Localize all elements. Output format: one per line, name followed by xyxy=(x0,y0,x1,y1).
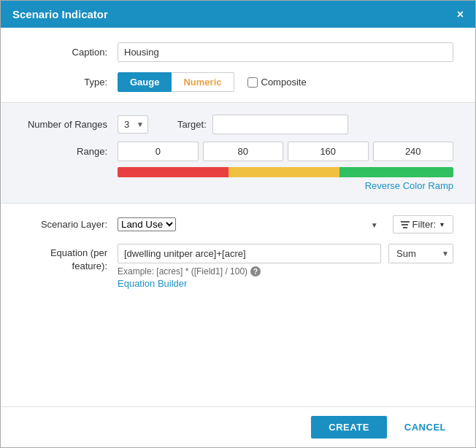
sum-select-dropdown: Sum Average Count Min Max ▼ xyxy=(388,244,453,263)
type-label: Type: xyxy=(23,77,118,88)
scenario-layer-label: Scenario Layer: xyxy=(23,219,118,230)
sum-select[interactable]: Sum Average Count Min Max xyxy=(388,244,453,263)
composite-checkbox[interactable] xyxy=(247,77,258,88)
range-input-0[interactable] xyxy=(118,142,199,161)
range-input-2[interactable] xyxy=(288,142,369,161)
target-input[interactable] xyxy=(212,115,348,134)
range-label: Range: xyxy=(23,146,118,157)
caption-row: Caption: xyxy=(23,42,453,62)
caption-input[interactable] xyxy=(118,42,453,62)
dialog-body: Caption: Type: Gauge Numeric Composite xyxy=(1,28,475,406)
cancel-button[interactable]: CANCEL xyxy=(393,416,458,439)
scenario-layer-row: Scenario Layer: Land Use Zoning Parcels … xyxy=(23,215,453,233)
type-row: Type: Gauge Numeric Composite xyxy=(23,72,453,92)
range-input-1[interactable] xyxy=(203,142,284,161)
equation-content: Example: [acres] * ([Field1] / 100) ? Eq… xyxy=(118,244,381,289)
range-input-3[interactable] xyxy=(373,142,454,161)
scenario-dropdown-arrow-icon: ▼ xyxy=(371,220,378,228)
composite-checkbox-label[interactable]: Composite xyxy=(247,77,307,88)
help-icon[interactable]: ? xyxy=(250,266,261,277)
caption-control xyxy=(118,42,453,62)
lower-section: Scenario Layer: Land Use Zoning Parcels … xyxy=(23,204,453,289)
number-of-ranges-select[interactable]: 1 2 3 4 5 xyxy=(118,115,148,134)
number-of-ranges-row: Number of Ranges 1 2 3 4 5 ▼ Target: xyxy=(23,115,453,134)
range-inputs xyxy=(118,142,453,161)
gauge-button[interactable]: Gauge xyxy=(118,72,172,92)
equation-builder-link[interactable]: Equation Builder xyxy=(118,278,381,289)
number-of-ranges-select-wrapper: 1 2 3 4 5 ▼ xyxy=(118,115,148,134)
color-ramp xyxy=(118,167,453,177)
filter-stack-icon xyxy=(401,221,410,228)
target-group: Target: xyxy=(177,115,348,134)
caption-label: Caption: xyxy=(23,47,118,58)
filter-button[interactable]: Filter: ▼ xyxy=(393,215,453,233)
equation-row: Equation (per feature): Example: [acres]… xyxy=(23,244,453,289)
equation-example: Example: [acres] * ([Field1] / 100) ? xyxy=(118,266,381,277)
number-of-ranges-label: Number of Ranges xyxy=(23,119,118,130)
scenario-indicator-dialog: Scenario Indicator × Caption: Type: Gaug… xyxy=(0,0,476,448)
scenario-layer-select[interactable]: Land Use Zoning Parcels xyxy=(118,217,176,231)
equation-label: Equation (per feature): xyxy=(23,244,118,273)
equation-input[interactable] xyxy=(118,244,381,263)
reverse-color-ramp-link[interactable]: Reverse Color Ramp xyxy=(365,180,453,191)
scenario-layer-select-wrapper: Land Use Zoning Parcels ▼ xyxy=(118,217,385,231)
dialog-footer: CREATE CANCEL xyxy=(1,406,475,447)
filter-label: Filter: xyxy=(412,219,437,230)
color-ramp-row xyxy=(23,167,453,177)
target-label: Target: xyxy=(177,119,207,130)
gauge-config-section: Number of Ranges 1 2 3 4 5 ▼ Target: xyxy=(1,102,475,204)
sum-select-wrapper: Sum Average Count Min Max ▼ xyxy=(388,244,453,263)
range-row: Range: xyxy=(23,142,453,161)
numeric-button[interactable]: Numeric xyxy=(172,72,234,92)
close-button[interactable]: × xyxy=(457,9,464,20)
type-buttons: Gauge Numeric xyxy=(118,72,234,92)
type-control: Gauge Numeric Composite xyxy=(118,72,453,92)
create-button[interactable]: CREATE xyxy=(311,416,386,439)
equation-example-text: Example: [acres] * ([Field1] / 100) xyxy=(118,266,247,277)
dialog-title: Scenario Indicator xyxy=(12,8,108,20)
filter-dropdown-arrow-icon: ▼ xyxy=(439,221,445,228)
reverse-link-row: Reverse Color Ramp xyxy=(23,180,453,191)
composite-label: Composite xyxy=(261,77,307,88)
dialog-header: Scenario Indicator × xyxy=(1,1,475,28)
